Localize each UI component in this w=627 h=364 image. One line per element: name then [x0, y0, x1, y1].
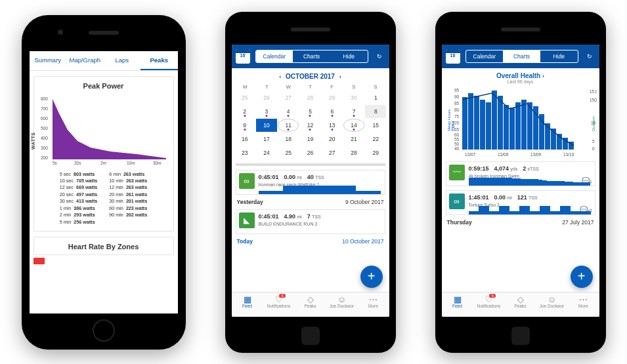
day-7[interactable]: 7	[343, 105, 364, 118]
top-bar: 10 Calendar Charts Hide ↻	[442, 45, 599, 68]
nav-more[interactable]: ⋯More	[358, 293, 389, 317]
svg-text:700: 700	[41, 106, 48, 111]
svg-text:50: 50	[454, 142, 460, 146]
day-14[interactable]: 14	[343, 119, 364, 132]
svg-text:600: 600	[41, 116, 48, 121]
day-18[interactable]: 18	[278, 132, 299, 146]
nav-peaks[interactable]: ◇Peaks	[505, 293, 536, 317]
day-20[interactable]: 20	[322, 132, 343, 146]
day-19[interactable]: 19	[299, 132, 320, 146]
hr-title: Heart Rate By Zones	[38, 243, 169, 251]
seg-calendar[interactable]: Calendar	[256, 51, 293, 62]
refresh-icon[interactable]: ↻	[584, 51, 595, 62]
day-11[interactable]: 11	[278, 119, 299, 132]
svg-text:95: 95	[454, 88, 460, 92]
month-header[interactable]: ‹ OCTOBER 2017 ›	[232, 68, 389, 83]
day-2[interactable]: 2	[234, 105, 255, 118]
workout-card-1[interactable]: ∞ 0:45:01 0.00 mi 40 TSS Ironman race pa…	[236, 170, 385, 195]
svg-text:2m: 2m	[100, 161, 106, 165]
tab-peaks[interactable]: Peaks	[141, 51, 178, 70]
svg-text:200: 200	[41, 155, 48, 160]
workout-card-swim[interactable]: 〰 0:59:15 4,074 yds 2 sTSS 4k broken Iro…	[446, 161, 595, 186]
day-17[interactable]: 17	[256, 132, 277, 146]
nav-feed[interactable]: ▦Feed	[232, 293, 263, 317]
tab-laps[interactable]: Laps	[104, 51, 141, 70]
svg-text:800: 800	[41, 96, 48, 101]
chart-subtitle: Last 90 days	[442, 79, 599, 85]
overall-health-chart: 95908580 75706560 555040 15.01501050 Sle…	[444, 85, 597, 157]
day-13[interactable]: 13	[322, 119, 343, 132]
nav-notifications[interactable]: ♡5Notifications	[473, 293, 505, 317]
svg-rect-32	[462, 97, 467, 150]
calendar-icon[interactable]: 10	[236, 49, 250, 64]
home-button[interactable]	[93, 319, 115, 342]
yesterday-header: Yesterday9 October 2017	[232, 195, 389, 205]
tab-summary[interactable]: Summary	[30, 51, 67, 70]
run-icon: ◣	[239, 212, 255, 228]
nav-profile[interactable]: ☺Joe Duckwor	[326, 293, 358, 317]
phone-android-charts: 10 Calendar Charts Hide ↻ Overall Health…	[435, 12, 606, 353]
seg-calendar[interactable]: Calendar	[466, 51, 504, 62]
day-12[interactable]: 12	[299, 119, 320, 132]
day-16[interactable]: 16	[234, 132, 255, 146]
screen-charts: 10 Calendar Charts Hide ↻ Overall Health…	[442, 45, 599, 317]
nav-peaks[interactable]: ◇Peaks	[295, 293, 326, 317]
home-button[interactable]	[511, 327, 530, 345]
svg-rect-37	[492, 91, 497, 150]
day-26[interactable]: 26	[299, 146, 320, 159]
day-9[interactable]: 9	[234, 119, 255, 132]
tabs: Summary Map/Graph Laps Peaks	[30, 51, 178, 71]
day-10[interactable]: 10	[256, 119, 277, 132]
day-8[interactable]: 8	[365, 105, 386, 118]
phone-iphone: Summary Map/Graph Laps Peaks Peak Power …	[22, 15, 186, 350]
svg-text:20s: 20s	[74, 161, 81, 165]
add-fab[interactable]: +	[571, 266, 593, 288]
svg-text:70: 70	[454, 121, 460, 125]
screen-calendar: 10 Calendar Charts Hide ↻ ‹ OCTOBER 2017…	[232, 45, 389, 317]
nav-feed[interactable]: ▦Feed	[442, 293, 473, 317]
nav-notifications[interactable]: ♡5Notifications	[263, 293, 295, 317]
svg-rect-42	[521, 100, 527, 150]
nav-profile[interactable]: ☺Joe Duckwor	[536, 293, 568, 317]
seg-charts[interactable]: Charts	[293, 51, 330, 62]
svg-text:30m: 30m	[153, 161, 162, 165]
chart-title[interactable]: Overall Health ›	[442, 68, 599, 79]
seg-hide[interactable]: Hide	[540, 51, 578, 62]
day-1[interactable]: 1	[365, 91, 386, 104]
day-25[interactable]: 25	[278, 146, 299, 159]
nav-more[interactable]: ⋯More	[568, 293, 599, 317]
day-21[interactable]: 21	[343, 132, 364, 146]
workout-card-2[interactable]: ◣ 0:45:01 4.90 mi 7 TSS BUILD ENDURANCE …	[236, 209, 385, 234]
home-button[interactable]	[301, 327, 320, 345]
day-15[interactable]: 15	[365, 119, 386, 132]
day-3[interactable]: 3	[256, 105, 277, 118]
svg-rect-36	[486, 102, 491, 150]
svg-rect-34	[474, 96, 479, 150]
svg-text:60: 60	[454, 132, 460, 137]
refresh-icon[interactable]: ↻	[374, 51, 385, 62]
chevron-left-icon[interactable]: ‹	[276, 73, 284, 80]
chevron-right-icon[interactable]: ›	[337, 73, 344, 80]
svg-text:75: 75	[454, 114, 460, 119]
seg-hide[interactable]: Hide	[330, 51, 368, 62]
svg-rect-38	[498, 96, 503, 150]
day-5[interactable]: 5	[299, 105, 320, 118]
tab-mapgraph[interactable]: Map/Graph	[66, 51, 104, 70]
calendar-icon[interactable]: 10	[446, 49, 460, 64]
day-23[interactable]: 23	[234, 146, 255, 159]
svg-text:65: 65	[454, 127, 460, 132]
peak-stats: 5 sec 803 watts10 sec 705 watts12 sec 66…	[38, 171, 169, 226]
workout-card-turbo[interactable]: ∞ 1:45:01 0.00 mi 121 TSS Torture Turbo …	[446, 190, 595, 215]
day-22[interactable]: 22	[365, 132, 386, 146]
add-fab[interactable]: +	[360, 266, 383, 288]
day-4[interactable]: 4	[278, 105, 299, 118]
day-6[interactable]: 6	[322, 105, 343, 118]
day-29[interactable]: 29	[365, 146, 386, 159]
svg-text:13/09: 13/09	[530, 152, 542, 157]
day-27[interactable]: 27	[322, 146, 343, 159]
day-24[interactable]: 24	[256, 146, 277, 159]
seg-charts[interactable]: Charts	[503, 51, 540, 62]
svg-text:300: 300	[41, 146, 48, 150]
svg-text:0: 0	[592, 146, 595, 151]
day-28[interactable]: 28	[343, 146, 364, 159]
